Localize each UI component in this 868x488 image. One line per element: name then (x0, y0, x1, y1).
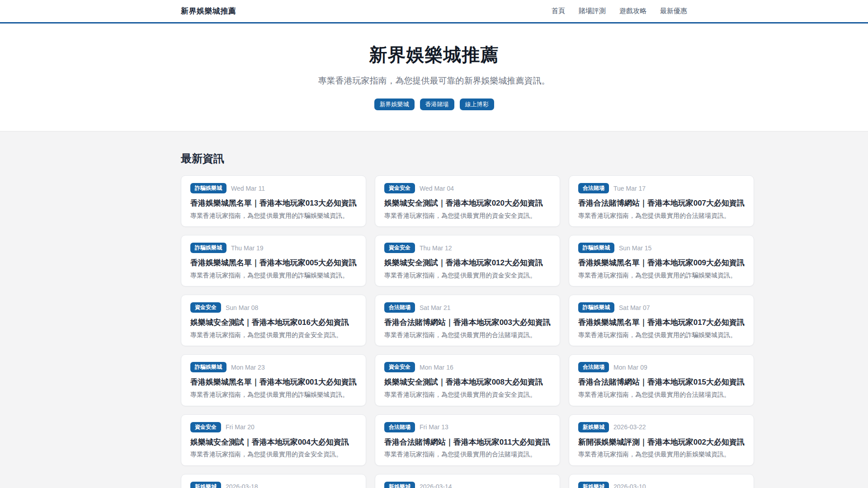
card-meta: 新娛樂城 2026-03-18 (190, 482, 357, 488)
card-title-link[interactable]: 娛樂城安全測試｜香港本地玩家012大必知資訊 (384, 258, 551, 268)
hero-section: 新界娛樂城推薦 專業香港玩家指南，為您提供最可靠的新界娛樂城推薦資訊。 新界娛樂… (0, 23, 868, 131)
card-meta: 詐騙娛樂城 Sat Mar 07 (578, 302, 745, 313)
card-title-link[interactable]: 香港合法賭博網站｜香港本地玩家007大必知資訊 (578, 198, 745, 209)
card-description: 專業香港玩家指南，為您提供最實用的資金安全資訊。 (190, 450, 357, 458)
latest-container: 最新資訊 詐騙娛樂城 Wed Mar 11 香港娛樂城黑名單｜香港本地玩家013… (181, 151, 687, 488)
article-card[interactable]: 合法賭場 Fri Mar 13 香港合法賭博網站｜香港本地玩家011大必知資訊 … (375, 414, 560, 466)
article-card[interactable]: 詐騙娛樂城 Thu Mar 19 香港娛樂城黑名單｜香港本地玩家005大必知資訊… (181, 235, 366, 286)
card-description: 專業香港玩家指南，為您提供最實用的詐騙娛樂城資訊。 (190, 211, 357, 220)
cards-grid: 詐騙娛樂城 Wed Mar 11 香港娛樂城黑名單｜香港本地玩家013大必知資訊… (181, 175, 687, 488)
card-date: Mon Mar 16 (420, 364, 453, 371)
nav-link-latest-offers[interactable]: 最新優惠 (660, 7, 687, 15)
card-title-link[interactable]: 娛樂城安全測試｜香港本地玩家008大必知資訊 (384, 377, 551, 388)
hero-title: 新界娛樂城推薦 (0, 42, 868, 67)
card-title-link[interactable]: 娛樂城安全測試｜香港本地玩家016大必知資訊 (190, 318, 357, 328)
card-title-link[interactable]: 新開張娛樂城評測｜香港本地玩家002大必知資訊 (578, 437, 745, 448)
card-meta: 詐騙娛樂城 Wed Mar 11 (190, 183, 357, 193)
category-badge: 合法賭場 (578, 183, 609, 193)
card-meta: 資金安全 Thu Mar 12 (384, 243, 551, 253)
card-meta: 新娛樂城 2026-03-14 (384, 482, 551, 488)
article-card[interactable]: 合法賭場 Mon Mar 09 香港合法賭博網站｜香港本地玩家015大必知資訊 … (569, 354, 754, 406)
card-title-link[interactable]: 香港娛樂城黑名單｜香港本地玩家013大必知資訊 (190, 198, 357, 209)
card-description: 專業香港玩家指南，為您提供最實用的合法賭場資訊。 (578, 211, 745, 220)
article-card[interactable]: 合法賭場 Sat Mar 21 香港合法賭博網站｜香港本地玩家003大必知資訊 … (375, 295, 560, 346)
card-meta: 合法賭場 Tue Mar 17 (578, 183, 745, 193)
card-date: Thu Mar 12 (420, 244, 452, 252)
category-badge: 合法賭場 (578, 362, 609, 372)
card-meta: 合法賭場 Sat Mar 21 (384, 302, 551, 313)
card-date: Wed Mar 04 (420, 185, 454, 192)
main-nav: 首頁 賭場評測 遊戲攻略 最新優惠 (552, 7, 687, 15)
card-description: 專業香港玩家指南，為您提供最實用的詐騙娛樂城資訊。 (190, 271, 357, 279)
category-badge: 新娛樂城 (384, 482, 415, 488)
card-description: 專業香港玩家指南，為您提供最實用的合法賭場資訊。 (384, 450, 551, 458)
section-heading: 最新資訊 (181, 151, 687, 166)
card-date: Mon Mar 23 (231, 364, 265, 371)
card-date: Wed Mar 11 (231, 185, 265, 192)
card-title-link[interactable]: 香港娛樂城黑名單｜香港本地玩家005大必知資訊 (190, 258, 357, 268)
card-meta: 合法賭場 Fri Mar 13 (384, 422, 551, 432)
category-badge: 合法賭場 (384, 422, 415, 432)
hero-tags: 新界娛樂城 香港賭場 線上博彩 (0, 99, 868, 110)
card-date: 2026-03-18 (226, 483, 258, 488)
card-meta: 資金安全 Mon Mar 16 (384, 362, 551, 372)
article-card[interactable]: 詐騙娛樂城 Sat Mar 07 香港娛樂城黑名單｜香港本地玩家017大必知資訊… (569, 295, 754, 346)
card-title-link[interactable]: 娛樂城安全測試｜香港本地玩家020大必知資訊 (384, 198, 551, 209)
card-date: Sun Mar 08 (226, 304, 258, 311)
card-date: Mon Mar 09 (613, 364, 647, 371)
card-date: Thu Mar 19 (231, 244, 264, 252)
category-badge: 合法賭場 (384, 302, 415, 313)
card-meta: 資金安全 Fri Mar 20 (190, 422, 357, 432)
nav-link-game-guides[interactable]: 遊戲攻略 (619, 7, 646, 15)
article-card[interactable]: 詐騙娛樂城 Sun Mar 15 香港娛樂城黑名單｜香港本地玩家009大必知資訊… (569, 235, 754, 286)
category-badge: 新娛樂城 (578, 422, 609, 432)
card-date: Sat Mar 07 (619, 304, 650, 311)
article-card[interactable]: 資金安全 Fri Mar 20 娛樂城安全測試｜香港本地玩家004大必知資訊 專… (181, 414, 366, 466)
article-card[interactable]: 新娛樂城 2026-03-18 新開張娛樂城評測｜香港本地玩家006大必知資訊 … (181, 474, 366, 488)
nav-link-home[interactable]: 首頁 (552, 7, 565, 15)
tag-pill-online-gambling[interactable]: 線上博彩 (460, 99, 494, 110)
card-meta: 新娛樂城 2026-03-22 (578, 422, 745, 432)
card-date: Sun Mar 15 (619, 244, 651, 252)
category-badge: 詐騙娛樂城 (578, 243, 614, 253)
article-card[interactable]: 資金安全 Wed Mar 04 娛樂城安全測試｜香港本地玩家020大必知資訊 專… (375, 175, 560, 227)
article-card[interactable]: 詐騙娛樂城 Wed Mar 11 香港娛樂城黑名單｜香港本地玩家013大必知資訊… (181, 175, 366, 227)
category-badge: 資金安全 (190, 422, 221, 432)
category-badge: 資金安全 (384, 243, 415, 253)
category-badge: 新娛樂城 (578, 482, 609, 488)
brand-logo[interactable]: 新界娛樂城推薦 (181, 6, 236, 16)
article-card[interactable]: 新娛樂城 2026-03-22 新開張娛樂城評測｜香港本地玩家002大必知資訊 … (569, 414, 754, 466)
card-title-link[interactable]: 娛樂城安全測試｜香港本地玩家004大必知資訊 (190, 437, 357, 448)
card-date: 2026-03-22 (613, 423, 646, 431)
article-card[interactable]: 資金安全 Thu Mar 12 娛樂城安全測試｜香港本地玩家012大必知資訊 專… (375, 235, 560, 286)
article-card[interactable]: 合法賭場 Tue Mar 17 香港合法賭博網站｜香港本地玩家007大必知資訊 … (569, 175, 754, 227)
card-meta: 新娛樂城 2026-03-10 (578, 482, 745, 488)
tag-pill-new-territories[interactable]: 新界娛樂城 (374, 99, 415, 110)
category-badge: 詐騙娛樂城 (190, 243, 226, 253)
card-meta: 詐騙娛樂城 Thu Mar 19 (190, 243, 357, 253)
article-card[interactable]: 新娛樂城 2026-03-10 新開張娛樂城評測｜香港本地玩家014大必知資訊 … (569, 474, 754, 488)
card-meta: 資金安全 Sun Mar 08 (190, 302, 357, 313)
navbar: 新界娛樂城推薦 首頁 賭場評測 遊戲攻略 最新優惠 (0, 0, 868, 23)
card-title-link[interactable]: 香港娛樂城黑名單｜香港本地玩家017大必知資訊 (578, 318, 745, 328)
card-description: 專業香港玩家指南，為您提供最實用的合法賭場資訊。 (384, 331, 551, 339)
category-badge: 詐騙娛樂城 (190, 183, 226, 193)
card-title-link[interactable]: 香港娛樂城黑名單｜香港本地玩家001大必知資訊 (190, 377, 357, 388)
article-card[interactable]: 資金安全 Mon Mar 16 娛樂城安全測試｜香港本地玩家008大必知資訊 專… (375, 354, 560, 406)
nav-link-casino-reviews[interactable]: 賭場評測 (579, 7, 606, 15)
card-date: 2026-03-10 (613, 483, 646, 488)
tag-pill-hk-casino[interactable]: 香港賭場 (420, 99, 454, 110)
card-date: Fri Mar 13 (420, 423, 448, 431)
card-date: Fri Mar 20 (226, 423, 255, 431)
card-title-link[interactable]: 香港合法賭博網站｜香港本地玩家003大必知資訊 (384, 318, 551, 328)
card-description: 專業香港玩家指南，為您提供最實用的資金安全資訊。 (190, 331, 357, 339)
latest-news-section: 最新資訊 詐騙娛樂城 Wed Mar 11 香港娛樂城黑名單｜香港本地玩家013… (0, 131, 868, 488)
category-badge: 資金安全 (384, 183, 415, 193)
article-card[interactable]: 詐騙娛樂城 Mon Mar 23 香港娛樂城黑名單｜香港本地玩家001大必知資訊… (181, 354, 366, 406)
hero-subtitle: 專業香港玩家指南，為您提供最可靠的新界娛樂城推薦資訊。 (0, 75, 868, 87)
article-card[interactable]: 資金安全 Sun Mar 08 娛樂城安全測試｜香港本地玩家016大必知資訊 專… (181, 295, 366, 346)
card-title-link[interactable]: 香港娛樂城黑名單｜香港本地玩家009大必知資訊 (578, 258, 745, 268)
article-card[interactable]: 新娛樂城 2026-03-14 新開張娛樂城評測｜香港本地玩家010大必知資訊 … (375, 474, 560, 488)
card-title-link[interactable]: 香港合法賭博網站｜香港本地玩家011大必知資訊 (384, 437, 551, 448)
card-title-link[interactable]: 香港合法賭博網站｜香港本地玩家015大必知資訊 (578, 377, 745, 388)
